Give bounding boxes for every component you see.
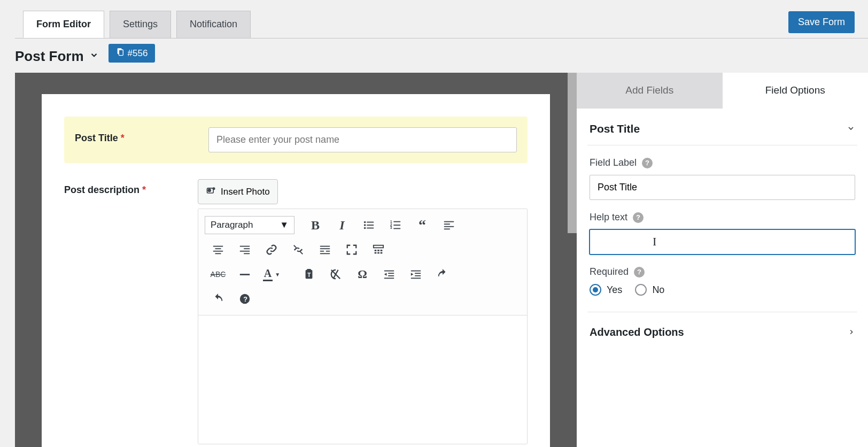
help-icon[interactable]: ? — [633, 212, 644, 223]
bullet-list-button[interactable] — [355, 214, 382, 236]
field-post-title[interactable]: Post Title * — [64, 117, 528, 163]
preview-scrollbar[interactable] — [568, 73, 577, 233]
svg-rect-23 — [213, 251, 223, 252]
toolbar-toggle-button[interactable] — [365, 239, 392, 260]
svg-rect-52 — [415, 273, 421, 274]
svg-point-7 — [364, 224, 366, 226]
svg-rect-20 — [444, 228, 450, 229]
paragraph-format-select[interactable]: Paragraph ▼ — [205, 216, 294, 234]
svg-rect-18 — [444, 224, 450, 225]
svg-rect-37 — [375, 250, 377, 251]
svg-rect-41 — [377, 252, 379, 254]
required-no-radio[interactable]: No — [635, 284, 664, 296]
bold-button[interactable]: B — [302, 214, 329, 236]
svg-rect-28 — [244, 253, 250, 254]
svg-rect-43 — [240, 274, 250, 275]
svg-rect-21 — [213, 246, 223, 247]
svg-rect-34 — [326, 251, 330, 252]
text-color-button[interactable]: A ▼ — [258, 264, 285, 285]
svg-point-9 — [364, 227, 366, 229]
form-id-badge[interactable]: #556 — [108, 44, 156, 63]
svg-rect-38 — [377, 250, 379, 251]
field-label-text: Field Label — [590, 157, 637, 168]
svg-rect-10 — [367, 228, 374, 229]
outdent-button[interactable] — [376, 264, 402, 285]
svg-text:3: 3 — [390, 226, 392, 229]
svg-point-5 — [364, 221, 366, 224]
post-title-label: Post Title * — [75, 127, 208, 144]
svg-rect-26 — [244, 248, 250, 249]
special-character-button[interactable]: Ω — [349, 264, 376, 285]
svg-rect-53 — [415, 275, 421, 276]
paragraph-select-label: Paragraph — [211, 220, 253, 230]
tab-form-editor[interactable]: Form Editor — [23, 11, 104, 38]
insert-more-button[interactable] — [312, 239, 338, 260]
align-right-button[interactable] — [231, 239, 258, 260]
fullscreen-button[interactable] — [338, 239, 365, 260]
paste-text-button[interactable]: T — [296, 264, 322, 285]
svg-rect-31 — [320, 246, 330, 247]
undo-button[interactable] — [429, 264, 456, 285]
svg-rect-35 — [320, 253, 330, 254]
tab-field-options[interactable]: Field Options — [723, 73, 869, 109]
field-label-input[interactable] — [590, 175, 855, 200]
tab-add-fields[interactable]: Add Fields — [577, 73, 723, 109]
unlink-button[interactable] — [285, 239, 312, 260]
svg-rect-25 — [240, 246, 250, 247]
help-icon[interactable]: ? — [642, 158, 653, 168]
svg-rect-39 — [381, 250, 383, 251]
svg-point-4 — [213, 187, 215, 190]
svg-rect-12 — [393, 221, 400, 222]
redo-button[interactable] — [205, 288, 231, 310]
svg-rect-40 — [375, 252, 377, 254]
svg-rect-49 — [388, 275, 394, 276]
numbered-list-button[interactable]: 123 — [382, 214, 409, 236]
section-post-title-header[interactable]: Post Title — [587, 120, 857, 145]
svg-rect-19 — [444, 226, 454, 227]
tab-notification[interactable]: Notification — [176, 11, 251, 38]
form-id-text: #556 — [128, 48, 148, 59]
horizontal-rule-button[interactable] — [231, 264, 258, 285]
align-left-button[interactable] — [436, 214, 462, 236]
required-label: Required — [590, 266, 629, 278]
svg-rect-14 — [393, 225, 400, 226]
editor-content-area[interactable] — [198, 315, 527, 444]
italic-button[interactable]: I — [329, 214, 355, 236]
strikethrough-button[interactable]: ABC — [205, 264, 231, 285]
help-text-input[interactable] — [590, 229, 855, 255]
advanced-options-header[interactable]: Advanced Options — [587, 312, 857, 338]
blockquote-button[interactable]: “ — [409, 214, 436, 236]
align-center-button[interactable] — [205, 239, 231, 260]
svg-rect-42 — [381, 252, 383, 254]
required-asterisk: * — [142, 184, 146, 195]
svg-line-29 — [294, 245, 297, 248]
svg-rect-16 — [393, 228, 400, 229]
help-button[interactable]: ? — [231, 288, 258, 310]
form-name-dropdown[interactable]: Post Form — [15, 48, 99, 65]
required-asterisk: * — [121, 133, 125, 143]
tab-settings[interactable]: Settings — [110, 11, 171, 38]
svg-rect-54 — [411, 278, 421, 279]
help-icon[interactable]: ? — [634, 267, 645, 278]
svg-rect-27 — [240, 251, 250, 252]
save-form-button[interactable]: Save Form — [788, 11, 855, 33]
field-post-description[interactable]: Post description * Insert Photo — [64, 179, 528, 444]
svg-rect-50 — [384, 278, 394, 279]
svg-rect-22 — [215, 248, 221, 249]
link-button[interactable] — [258, 239, 285, 260]
post-title-input[interactable] — [208, 127, 517, 152]
svg-rect-51 — [411, 271, 421, 272]
svg-rect-24 — [215, 253, 221, 254]
post-description-label: Post description * — [64, 179, 198, 196]
svg-rect-36 — [374, 245, 383, 248]
clear-formatting-button[interactable] — [322, 264, 349, 285]
svg-text:?: ? — [243, 295, 247, 303]
svg-rect-8 — [367, 225, 374, 226]
svg-rect-1 — [119, 50, 123, 56]
insert-photo-label: Insert Photo — [221, 187, 270, 197]
indent-button[interactable] — [402, 264, 429, 285]
insert-photo-button[interactable]: Insert Photo — [198, 179, 278, 204]
section-title-label: Post Title — [590, 122, 640, 135]
svg-rect-32 — [320, 248, 330, 249]
required-yes-radio[interactable]: Yes — [590, 284, 622, 296]
